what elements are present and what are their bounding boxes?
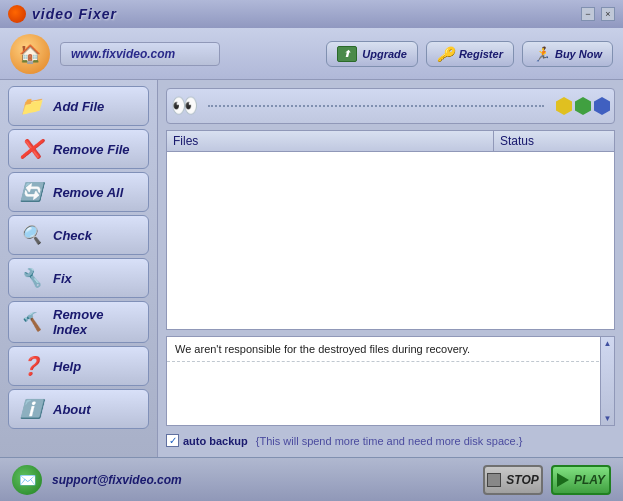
eyes-icon: 👀 [171, 93, 196, 119]
bottom-bar: ✉️ support@fixvideo.com STOP PLAY [0, 457, 623, 501]
progress-area: 👀 [166, 88, 615, 124]
title-controls: − × [581, 7, 615, 21]
upgrade-icon: ⬆ [337, 46, 357, 62]
fix-button[interactable]: 🔧 Fix [8, 258, 149, 298]
log-scrollbar[interactable]: ▲ ▼ [600, 337, 614, 425]
add-file-button[interactable]: 📁 Add File [8, 86, 149, 126]
sidebar: 📁 Add File ❌ Remove File 🔄 Remove All 🔍 … [0, 80, 158, 457]
main-panel: 👀 Files Status We aren't responsible for [158, 80, 623, 457]
scroll-down-arrow[interactable]: ▼ [604, 414, 612, 423]
check-button[interactable]: 🔍 Check [8, 215, 149, 255]
auto-backup-checkbox[interactable]: ✓ [166, 434, 179, 447]
remove-index-icon: 🔨 [17, 308, 45, 336]
register-icon: 🔑 [437, 46, 454, 62]
progress-bar [208, 105, 544, 107]
about-icon: ℹ️ [17, 395, 45, 423]
stop-button[interactable]: STOP [483, 465, 543, 495]
hex-blue [594, 97, 610, 115]
scroll-up-arrow[interactable]: ▲ [604, 339, 612, 348]
folder-icon: 📁 [17, 92, 45, 120]
top-bar: 🏠 www.fixvideo.com ⬆ Upgrade 🔑 Register … [0, 28, 623, 80]
remove-index-button[interactable]: 🔨 Remove Index [8, 301, 149, 343]
main-window: 🏠 www.fixvideo.com ⬆ Upgrade 🔑 Register … [0, 28, 623, 501]
buy-now-button[interactable]: 🏃 Buy Now [522, 41, 613, 67]
fix-icon: 🔧 [17, 264, 45, 292]
remove-file-icon: ❌ [17, 135, 45, 163]
minimize-button[interactable]: − [581, 7, 595, 21]
file-list: Files Status [166, 130, 615, 330]
auto-backup-label: auto backup [183, 435, 248, 447]
remove-file-button[interactable]: ❌ Remove File [8, 129, 149, 169]
close-button[interactable]: × [601, 7, 615, 21]
col-files-header: Files [167, 131, 494, 151]
auto-backup-row: ✓ auto backup {This will spend more time… [166, 432, 615, 449]
title-logo: video Fixer [8, 5, 117, 23]
about-button[interactable]: ℹ️ About [8, 389, 149, 429]
buynow-icon: 🏃 [533, 46, 550, 62]
top-buttons: ⬆ Upgrade 🔑 Register 🏃 Buy Now [326, 41, 613, 67]
content-area: 📁 Add File ❌ Remove File 🔄 Remove All 🔍 … [0, 80, 623, 457]
bottom-right-buttons: STOP PLAY [483, 465, 611, 495]
auto-backup-note: {This will spend more time and need more… [256, 435, 523, 447]
file-list-header: Files Status [167, 131, 614, 152]
hex-yellow [556, 97, 572, 115]
check-icon: 🔍 [17, 221, 45, 249]
auto-backup-checkbox-wrap[interactable]: ✓ auto backup [166, 434, 248, 447]
log-area: We aren't responsible for the destroyed … [166, 336, 615, 426]
hex-icons [556, 97, 610, 115]
home-icon[interactable]: 🏠 [10, 34, 50, 74]
upgrade-button[interactable]: ⬆ Upgrade [326, 41, 418, 67]
play-button[interactable]: PLAY [551, 465, 611, 495]
remove-all-icon: 🔄 [17, 178, 45, 206]
hex-green [575, 97, 591, 115]
stop-icon [487, 473, 501, 487]
log-text: We aren't responsible for the destroyed … [167, 337, 614, 362]
app-title: video Fixer [32, 6, 117, 22]
register-button[interactable]: 🔑 Register [426, 41, 514, 67]
remove-all-button[interactable]: 🔄 Remove All [8, 172, 149, 212]
app-icon [8, 5, 26, 23]
help-icon: ❓ [17, 352, 45, 380]
title-bar: video Fixer − × [0, 0, 623, 28]
email-icon: ✉️ [12, 465, 42, 495]
col-status-header: Status [494, 131, 614, 151]
website-url: www.fixvideo.com [60, 42, 220, 66]
file-list-body [167, 152, 614, 292]
support-email: support@fixvideo.com [52, 473, 182, 487]
help-button[interactable]: ❓ Help [8, 346, 149, 386]
play-icon [557, 473, 569, 487]
